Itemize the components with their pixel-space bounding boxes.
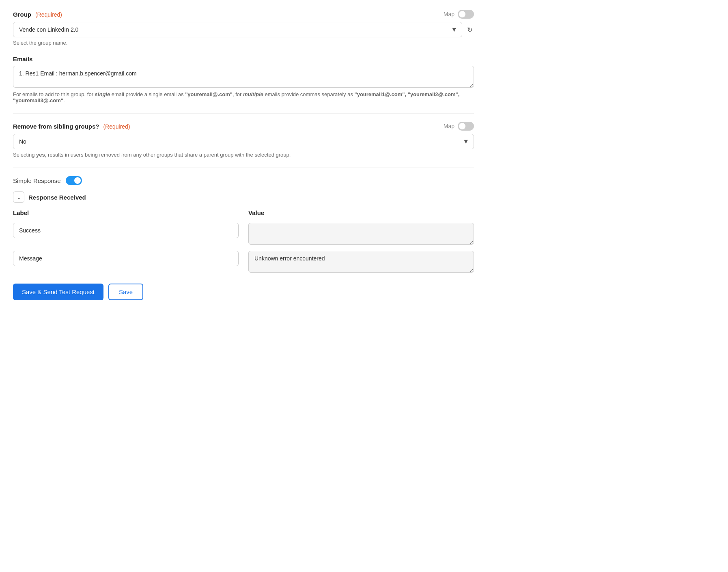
row-2-label-cell [13,251,239,274]
remove-sibling-select-wrapper: No Yes ▼ [13,134,474,149]
remove-sibling-map-label: Map [444,123,454,129]
emails-hint-multiple: multiple [243,91,263,97]
label-column-header: Label [13,209,239,216]
value-column-header: Value [248,209,474,216]
group-section: Group (Required) Map Vende con LinkedIn … [13,10,474,46]
group-select-row: Vende con LinkedIn 2.0 ▼ ↻ [13,22,474,37]
group-field-header: Group (Required) Map [13,10,474,19]
group-hint: Select the group name. [13,40,474,46]
response-received-row: ⌄ Response Received [13,191,474,203]
save-send-button[interactable]: Save & Send Test Request [13,284,103,300]
label-value-grid [13,223,474,274]
response-received-label: Response Received [28,194,86,201]
row-2-value-input[interactable] [248,251,474,273]
remove-sibling-hint-yes: yes, [36,152,46,158]
remove-sibling-field-header: Remove from sibling groups? (Required) M… [13,122,474,131]
emails-hint: For emails to add to this group, for sin… [13,91,474,103]
emails-hint-single: single [95,91,110,97]
emails-label: Emails [13,56,32,62]
remove-sibling-select[interactable]: No Yes [13,134,474,149]
simple-response-row: Simple Response [13,176,474,185]
simple-response-toggle-slider [66,176,82,185]
group-map-toggle-slider [458,10,474,19]
group-label-row: Group (Required) [13,11,62,18]
row-1-value-cell [248,223,474,246]
remove-sibling-map-toggle[interactable] [458,122,474,131]
emails-hint-quoted2: "youremail1@.com", "youremail2@.com", "y… [13,91,459,103]
row-1-value-input[interactable] [248,223,474,245]
remove-sibling-hint: Selecting yes, results in users being re… [13,152,474,158]
button-row: Save & Send Test Request Save [13,284,474,300]
group-map-toggle[interactable] [458,10,474,19]
group-required-label: (Required) [35,11,62,18]
emails-field-header: Emails [13,56,474,62]
remove-sibling-required-label: (Required) [103,123,130,130]
row-1-label-input[interactable] [13,223,239,238]
label-value-headers: Label Value [13,209,474,219]
response-received-chevron[interactable]: ⌄ [13,191,24,203]
group-select[interactable]: Vende con LinkedIn 2.0 [13,22,462,37]
remove-sibling-label-row: Remove from sibling groups? (Required) [13,123,130,130]
divider-1 [13,113,474,114]
group-refresh-button[interactable]: ↻ [465,24,474,35]
emails-hint-quoted1: "youremail@.com" [185,91,233,97]
row-2-value-cell [248,251,474,274]
simple-response-toggle[interactable] [66,176,82,185]
remove-sibling-section: Remove from sibling groups? (Required) M… [13,122,474,158]
emails-input[interactable] [13,66,474,88]
divider-2 [13,168,474,168]
emails-section: Emails For emails to add to this group, … [13,56,474,103]
group-map-toggle-group: Map [444,10,474,19]
group-map-label: Map [444,11,454,17]
simple-response-label: Simple Response [13,177,61,184]
remove-sibling-map-toggle-slider [458,122,474,131]
save-button[interactable]: Save [108,284,143,300]
remove-sibling-map-toggle-group: Map [444,122,474,131]
group-label: Group [13,11,31,18]
group-select-wrapper: Vende con LinkedIn 2.0 ▼ [13,22,462,37]
remove-sibling-label: Remove from sibling groups? [13,123,99,130]
row-1-label-cell [13,223,239,246]
row-2-label-input[interactable] [13,251,239,266]
